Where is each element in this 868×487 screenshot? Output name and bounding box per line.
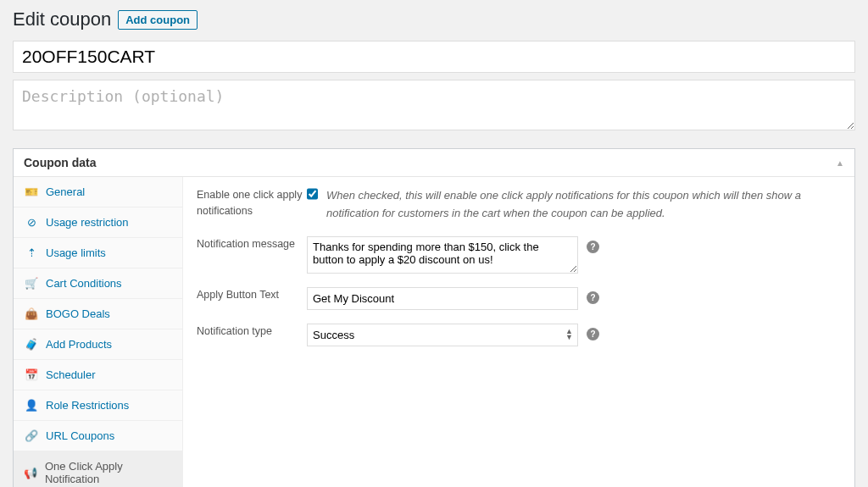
enable-label: Enable one click apply notifications	[197, 187, 307, 219]
sidebar-item-scheduler[interactable]: 📅Scheduler	[14, 360, 182, 390]
sidebar-item-label: Scheduler	[46, 368, 96, 381]
panel-title: Coupon data	[24, 156, 97, 169]
sidebar-item-url-coupons[interactable]: 🔗URL Coupons	[14, 421, 182, 451]
sidebar-item-add-products[interactable]: 🧳Add Products	[14, 329, 182, 360]
message-label: Notification message	[197, 236, 307, 252]
enable-help-text: When checked, this will enable one click…	[326, 187, 841, 223]
sidebar-item-usage-limits[interactable]: ⇡Usage limits	[14, 238, 182, 268]
sidebar-item-label: General	[46, 185, 85, 198]
help-icon[interactable]: ?	[587, 241, 599, 253]
sidebar-item-label: BOGO Deals	[46, 307, 110, 320]
sidebar-item-usage-restriction-icon: ⊘	[24, 216, 39, 229]
sidebar-item-role-restrictions-icon: 👤	[24, 399, 39, 412]
coupon-code-input[interactable]	[13, 41, 855, 73]
sidebar-item-usage-limits-icon: ⇡	[24, 246, 39, 259]
sidebar-item-role-restrictions[interactable]: 👤Role Restrictions	[14, 390, 182, 421]
sidebar-item-one-click-apply-icon: 📢	[24, 467, 38, 479]
sidebar-item-bogo-deals[interactable]: 👜BOGO Deals	[14, 299, 182, 329]
type-label: Notification type	[197, 324, 307, 340]
help-icon[interactable]: ?	[587, 328, 599, 340]
coupon-data-panel: Coupon data ▲ 🎫General⊘Usage restriction…	[13, 148, 855, 487]
sidebar-item-url-coupons-icon: 🔗	[24, 429, 39, 442]
sidebar-item-label: URL Coupons	[46, 429, 114, 442]
sidebar-item-label: Cart Conditions	[46, 277, 122, 290]
help-icon[interactable]: ?	[587, 291, 599, 304]
sidebar-item-label: Role Restrictions	[46, 399, 129, 412]
sidebar-item-add-products-icon: 🧳	[24, 338, 39, 351]
collapse-toggle-icon[interactable]: ▲	[836, 158, 844, 168]
sidebar-item-general[interactable]: 🎫General	[14, 177, 182, 208]
side-tabs: 🎫General⊘Usage restriction⇡Usage limits🛒…	[14, 177, 183, 487]
apply-button-text-input[interactable]	[307, 287, 578, 310]
sidebar-item-cart-conditions-icon: 🛒	[24, 277, 39, 290]
sidebar-item-usage-restriction[interactable]: ⊘Usage restriction	[14, 208, 182, 238]
enable-checkbox[interactable]	[307, 187, 318, 201]
sidebar-item-general-icon: 🎫	[24, 185, 39, 198]
sidebar-item-one-click-apply[interactable]: 📢One Click Apply Notification	[14, 451, 182, 487]
button-text-label: Apply Button Text	[197, 287, 307, 303]
notification-type-select[interactable]: Success	[307, 324, 578, 346]
sidebar-item-label: One Click Apply Notification	[45, 460, 172, 485]
page-title: Edit coupon	[13, 8, 111, 30]
tab-content: Enable one click apply notifications Whe…	[183, 177, 854, 487]
sidebar-item-cart-conditions[interactable]: 🛒Cart Conditions	[14, 268, 182, 299]
description-textarea[interactable]	[13, 80, 855, 130]
sidebar-item-label: Add Products	[46, 338, 112, 351]
sidebar-item-label: Usage limits	[46, 246, 106, 259]
sidebar-item-label: Usage restriction	[46, 216, 129, 229]
sidebar-item-scheduler-icon: 📅	[24, 368, 39, 381]
notification-message-textarea[interactable]: Thanks for spending more than $150, clic…	[307, 236, 578, 274]
sidebar-item-bogo-deals-icon: 👜	[24, 307, 39, 320]
add-coupon-button[interactable]: Add coupon	[118, 10, 198, 30]
